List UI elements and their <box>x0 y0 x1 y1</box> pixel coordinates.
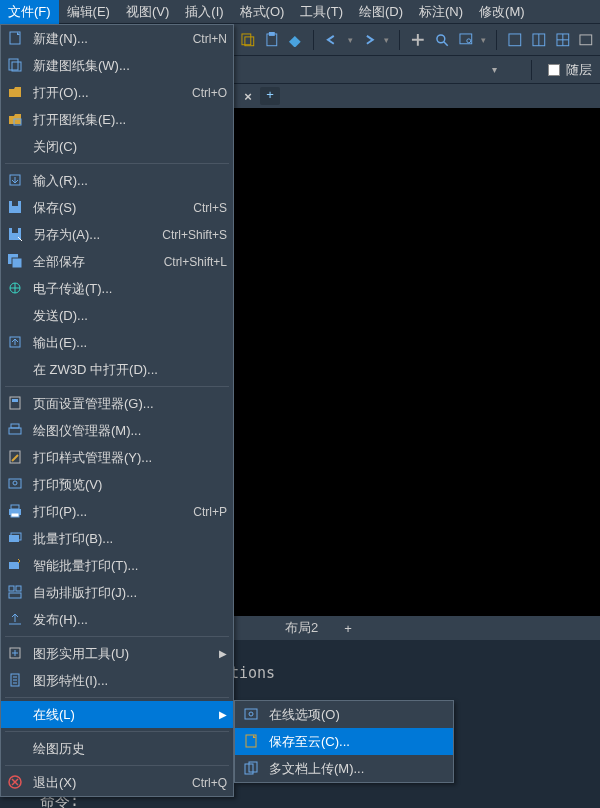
svg-marker-4 <box>289 35 301 47</box>
svg-rect-21 <box>9 59 18 70</box>
file-menu-item[interactable]: 输出(E)... <box>1 329 233 356</box>
zoom-window-icon[interactable] <box>458 32 474 48</box>
grid4-icon[interactable] <box>578 32 594 48</box>
file-menu-item[interactable]: 输入(R)... <box>1 167 233 194</box>
menu-annotate[interactable]: 标注(N) <box>411 0 471 24</box>
file-menu-item[interactable]: 绘图历史 <box>1 735 233 762</box>
erase-icon[interactable] <box>287 32 303 48</box>
file-menu-item[interactable]: 页面设置管理器(G)... <box>1 390 233 417</box>
svg-rect-15 <box>580 34 592 44</box>
tab-new-button[interactable]: + <box>260 87 280 105</box>
dropdown-arrow-icon[interactable]: ▾ <box>492 64 497 75</box>
command-output: tions <box>190 660 600 682</box>
menu-divider <box>5 636 229 637</box>
utilities-icon <box>7 645 25 663</box>
menu-divider <box>5 697 229 698</box>
svg-rect-41 <box>11 505 19 509</box>
file-menu-item[interactable]: 批量打印(B)... <box>1 525 233 552</box>
svg-rect-28 <box>12 228 18 233</box>
redo-icon[interactable] <box>361 32 377 48</box>
file-menu-item[interactable]: 自动排版打印(J)... <box>1 579 233 606</box>
file-menu-item[interactable]: 打开(O)...Ctrl+O <box>1 79 233 106</box>
file-menu-item[interactable]: 电子传递(T)... <box>1 275 233 302</box>
menu-item-label: 新建(N)... <box>33 30 185 48</box>
online-submenu-item[interactable]: 多文档上传(M)... <box>235 755 453 782</box>
layout-tabs: 布局2 + <box>234 616 600 640</box>
pan-icon[interactable] <box>410 32 426 48</box>
file-menu-item[interactable]: 打开图纸集(E)... <box>1 106 233 133</box>
menu-item-label: 打开图纸集(E)... <box>33 111 227 129</box>
menu-modify[interactable]: 修改(M) <box>471 0 533 24</box>
menu-item-label: 自动排版打印(J)... <box>33 584 227 602</box>
file-menu-item[interactable]: 在线(L)▶ <box>1 701 233 728</box>
menu-item-label: 绘图仪管理器(M)... <box>33 422 227 440</box>
menu-item-accelerator: Ctrl+N <box>193 32 227 46</box>
file-menu-item[interactable]: 打印预览(V) <box>1 471 233 498</box>
layout-tab-layout2[interactable]: 布局2 <box>269 616 334 640</box>
grid2-icon[interactable] <box>531 32 547 48</box>
file-menu-item[interactable]: 发布(H)... <box>1 606 233 633</box>
saveas-icon <box>7 226 25 244</box>
preview-icon <box>7 476 25 494</box>
blank-icon <box>7 138 25 156</box>
submenu-item-label: 在线选项(O) <box>269 706 445 724</box>
menu-edit[interactable]: 编辑(E) <box>59 0 118 24</box>
menu-format[interactable]: 格式(O) <box>232 0 293 24</box>
redo-dropdown[interactable]: ▾ <box>384 35 389 45</box>
plotstyle-icon <box>7 449 25 467</box>
menu-tools[interactable]: 工具(T) <box>292 0 351 24</box>
svg-rect-0 <box>242 33 251 44</box>
layer-bylayer-label: 随层 <box>566 61 592 79</box>
zoom-icon[interactable] <box>434 32 450 48</box>
layout-tab-add[interactable]: + <box>334 618 362 639</box>
menu-draw[interactable]: 绘图(D) <box>351 0 411 24</box>
file-menu-item[interactable]: 打印样式管理器(Y)... <box>1 444 233 471</box>
file-menu-item[interactable]: 图形实用工具(U)▶ <box>1 640 233 667</box>
file-menu-item[interactable]: 发送(D)... <box>1 302 233 329</box>
menu-item-label: 图形特性(I)... <box>33 672 227 690</box>
file-menu-item[interactable]: 全部保存Ctrl+Shift+L <box>1 248 233 275</box>
etransmit-icon <box>7 280 25 298</box>
doc-tabs: × + <box>234 84 600 108</box>
file-menu-item[interactable]: 绘图仪管理器(M)... <box>1 417 233 444</box>
menu-item-label: 全部保存 <box>33 253 156 271</box>
file-menu-item[interactable]: 退出(X)Ctrl+Q <box>1 769 233 796</box>
exit-icon <box>7 774 25 792</box>
file-menu-item[interactable]: 新建图纸集(W)... <box>1 52 233 79</box>
menu-file[interactable]: 文件(F) <box>0 0 59 24</box>
file-menu-item[interactable]: 新建(N)...Ctrl+N <box>1 25 233 52</box>
batch-icon <box>7 530 25 548</box>
plotter-icon <box>7 422 25 440</box>
online-submenu-item[interactable]: 保存至云(C)... <box>235 728 453 755</box>
undo-dropdown[interactable]: ▾ <box>348 35 353 45</box>
menu-item-label: 智能批量打印(T)... <box>33 557 227 575</box>
layer-color-dropdown[interactable]: 随层 <box>548 61 592 79</box>
svg-point-55 <box>249 712 253 716</box>
grid3-icon[interactable] <box>555 32 571 48</box>
menu-item-accelerator: Ctrl+Shift+L <box>164 255 227 269</box>
file-menu-item[interactable]: 保存(S)Ctrl+S <box>1 194 233 221</box>
tab-close-button[interactable]: × <box>240 89 256 104</box>
menu-item-label: 打开(O)... <box>33 84 184 102</box>
svg-rect-35 <box>9 428 21 434</box>
file-menu-item[interactable]: 图形特性(I)... <box>1 667 233 694</box>
paste-icon[interactable] <box>264 32 280 48</box>
file-menu-item[interactable]: 打印(P)...Ctrl+P <box>1 498 233 525</box>
menu-item-label: 发布(H)... <box>33 611 227 629</box>
file-menu-item[interactable]: 关闭(C) <box>1 133 233 160</box>
online-submenu-item[interactable]: 在线选项(O) <box>235 701 453 728</box>
zoom-dropdown[interactable]: ▾ <box>481 35 486 45</box>
file-menu-item[interactable]: 另存为(A)...Ctrl+Shift+S <box>1 221 233 248</box>
undo-icon[interactable] <box>324 32 340 48</box>
svg-point-39 <box>13 481 17 485</box>
file-menu-item[interactable]: 智能批量打印(T)... <box>1 552 233 579</box>
new-icon <box>7 30 25 48</box>
svg-rect-46 <box>9 586 14 591</box>
menu-view[interactable]: 视图(V) <box>118 0 177 24</box>
file-menu-item[interactable]: 在 ZW3D 中打开(D)... <box>1 356 233 383</box>
drawing-viewport[interactable] <box>234 108 600 616</box>
publish-icon <box>7 611 25 629</box>
copy-icon[interactable] <box>240 32 256 48</box>
menu-insert[interactable]: 插入(I) <box>177 0 231 24</box>
grid1-icon[interactable] <box>507 32 523 48</box>
